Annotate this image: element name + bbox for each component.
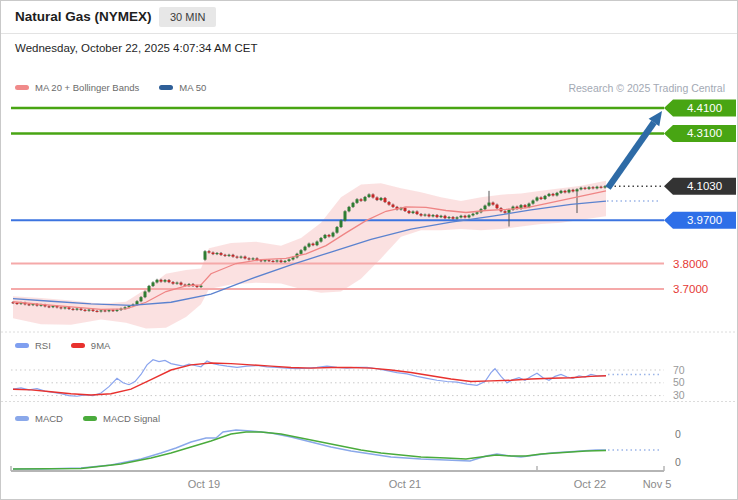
chart-card: 4.41004.31004.10303.97003.80003.70007050… xyxy=(0,0,738,500)
candle-up xyxy=(472,214,475,216)
candle-up xyxy=(164,280,167,282)
candle-up xyxy=(300,250,303,254)
candle-up xyxy=(440,216,443,217)
macd-signal-line xyxy=(13,432,606,469)
candle-up xyxy=(596,187,599,189)
ma50-label: MA 50 xyxy=(179,82,206,93)
candle-up xyxy=(276,260,279,261)
bollinger-band-area xyxy=(13,181,606,329)
candle-up xyxy=(304,247,307,251)
candle-up xyxy=(580,188,583,190)
rsi-label: RSI xyxy=(35,340,51,351)
timeframe-badge: 30 MIN xyxy=(159,7,216,27)
rsi-grid-label: 50 xyxy=(673,376,685,388)
candle-down xyxy=(232,255,235,257)
candle-up xyxy=(176,283,179,284)
ma20-bollinger-label: MA 20 + Bollinger Bands xyxy=(35,82,139,93)
candle-down xyxy=(28,304,31,305)
candle-down xyxy=(592,187,595,188)
candle-down xyxy=(452,217,455,219)
candle-down xyxy=(496,205,499,209)
candle-down xyxy=(48,306,51,307)
support-price-label: 3.7000 xyxy=(673,283,708,295)
candle-up xyxy=(588,187,591,189)
candle-up xyxy=(348,207,351,211)
price-badge-label: 4.1030 xyxy=(687,180,722,192)
rsi-swatch xyxy=(15,343,29,348)
support-price-label: 3.8000 xyxy=(673,258,708,270)
candle-up xyxy=(424,215,427,216)
macd-label: MACD xyxy=(35,413,63,424)
candle-up xyxy=(228,255,231,256)
candle-down xyxy=(504,211,507,213)
candle-up xyxy=(52,306,55,307)
candle-down xyxy=(248,258,251,259)
candle-down xyxy=(112,310,115,311)
candle-down xyxy=(60,307,63,308)
candle-up xyxy=(144,292,147,298)
research-watermark: Research © 2025 Trading Central xyxy=(568,82,725,94)
candle-up xyxy=(336,227,339,233)
candle-down xyxy=(212,253,215,255)
macd-zero-label: 0 xyxy=(675,428,681,440)
candle-down xyxy=(384,198,387,202)
candle-up xyxy=(352,203,355,207)
candle-up xyxy=(88,310,91,311)
candle-up xyxy=(324,235,327,238)
candle-down xyxy=(92,310,95,311)
macd-legend: MACD MACD Signal xyxy=(15,413,174,424)
candle-down xyxy=(360,199,363,201)
candle-up xyxy=(288,259,291,261)
candle-up xyxy=(556,193,559,196)
candle-up xyxy=(316,242,319,246)
macd-signal-swatch xyxy=(83,416,97,421)
rsi-grid-label: 70 xyxy=(673,364,685,376)
macd-signal-label: MACD Signal xyxy=(103,413,160,424)
candle-up xyxy=(508,210,511,213)
candle-up xyxy=(380,198,383,200)
candle-up xyxy=(432,215,435,216)
rsi-grid-label: 30 xyxy=(673,389,685,401)
candle-up xyxy=(364,197,367,201)
candle-up xyxy=(544,196,547,199)
candle-up xyxy=(460,216,463,218)
candle-down xyxy=(180,283,183,285)
chart-canvas: 4.41004.31004.10303.97003.80003.70007050… xyxy=(1,1,738,500)
price-badge-label: 4.3100 xyxy=(687,127,722,139)
candle-up xyxy=(548,194,551,196)
candle-up xyxy=(204,251,207,259)
x-axis-date-label: Oct 19 xyxy=(188,478,220,490)
candle-down xyxy=(224,255,227,256)
ma50-swatch xyxy=(159,85,173,90)
candle-down xyxy=(80,309,83,310)
candle-up xyxy=(356,199,359,203)
forecast-arrow-shaft xyxy=(608,122,654,188)
candle-down xyxy=(492,203,495,205)
header: Natural Gas (NYMEX) 30 MIN xyxy=(1,1,737,34)
candle-up xyxy=(136,301,139,304)
instrument-title: Natural Gas (NYMEX) xyxy=(15,9,152,24)
price-badge-label: 4.4100 xyxy=(687,102,722,114)
candle-down xyxy=(540,197,543,199)
candle-up xyxy=(576,189,579,191)
main-chart-legend: MA 20 + Bollinger Bands MA 50 xyxy=(15,82,220,93)
candle-up xyxy=(240,257,243,258)
candle-down xyxy=(404,208,407,211)
candle-down xyxy=(312,244,315,246)
candle-down xyxy=(208,251,211,252)
candle-up xyxy=(156,280,159,283)
candle-down xyxy=(160,280,163,282)
candle-up xyxy=(332,233,335,237)
candle-down xyxy=(272,261,275,262)
rsi-9ma-line xyxy=(13,363,606,395)
candle-down xyxy=(168,280,171,282)
candle-up xyxy=(264,260,267,261)
candle-up xyxy=(148,286,151,292)
candle-up xyxy=(484,206,487,210)
candle-up xyxy=(252,258,255,259)
candle-down xyxy=(464,216,467,218)
candle-down xyxy=(564,191,567,193)
macd-line xyxy=(13,430,606,469)
candle-down xyxy=(600,187,603,188)
candle-up xyxy=(344,211,347,220)
